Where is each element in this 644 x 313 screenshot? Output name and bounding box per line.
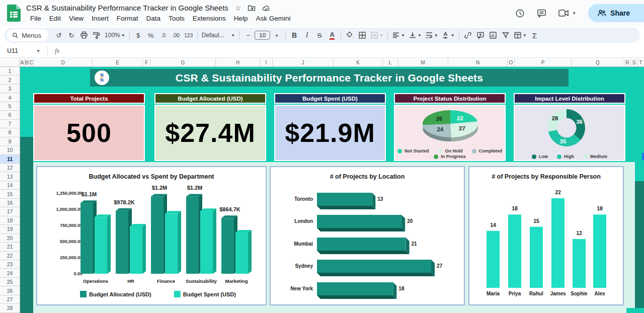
row-header-22[interactable]: 22 [0, 252, 20, 260]
fill-color-button[interactable] [344, 29, 356, 41]
name-box[interactable]: U11▼ [0, 47, 44, 54]
menu-tools[interactable]: Tools [165, 14, 189, 23]
menu-edit[interactable]: Edit [45, 14, 65, 23]
row-header-3[interactable]: 3 [0, 85, 20, 93]
font-size-input[interactable]: 10 [255, 31, 270, 40]
row-header-23[interactable]: 23 [0, 260, 20, 269]
text-rotation-button[interactable]: ▼ [440, 29, 456, 41]
spreadsheet-canvas[interactable]: N★N CSR & Sustainability Performance Tra… [20, 67, 644, 313]
row-header-19[interactable]: 19 [0, 225, 20, 233]
insert-link-button[interactable] [462, 29, 474, 41]
functions-button[interactable]: Σ [529, 29, 541, 41]
format-percent-button[interactable]: % [145, 29, 157, 41]
column-header-O[interactable]: O [508, 58, 515, 66]
row-header-10[interactable]: 10 [0, 146, 20, 154]
horizontal-align-button[interactable]: ▼ [390, 29, 407, 41]
meet-dropdown-caret[interactable]: ▼ [572, 11, 576, 16]
move-to-folder-icon[interactable] [248, 4, 256, 12]
column-header-B[interactable]: B [25, 58, 29, 66]
format-currency-button[interactable]: $ [132, 29, 144, 41]
google-sheets-logo[interactable] [7, 5, 21, 22]
menu-view[interactable]: View [65, 14, 88, 23]
italic-button[interactable]: I [301, 29, 313, 41]
text-color-button[interactable]: A [330, 31, 334, 40]
row-header-15[interactable]: 15 [0, 190, 20, 198]
row-header-26[interactable]: 26 [0, 286, 20, 295]
row-header-4[interactable]: 4 [0, 93, 20, 102]
redo-button[interactable]: ↻ [65, 29, 77, 41]
row-header-17[interactable]: 17 [0, 207, 20, 216]
undo-button[interactable]: ↺ [53, 29, 65, 41]
column-header-H[interactable]: H [216, 58, 260, 66]
column-header-E[interactable]: E [93, 58, 143, 66]
column-header-N[interactable]: N [448, 58, 508, 66]
menu-data[interactable]: Data [142, 14, 165, 23]
column-header-A[interactable]: A [20, 58, 25, 66]
row-header-14[interactable]: 14 [0, 181, 20, 190]
vertical-align-button[interactable]: ▼ [407, 29, 423, 41]
print-button[interactable] [78, 29, 90, 41]
row-header-9[interactable]: 9 [0, 137, 20, 146]
insert-comment-button[interactable] [474, 29, 487, 41]
increase-decimals-button[interactable]: .00 [170, 29, 182, 41]
row-header-7[interactable]: 7 [0, 120, 20, 128]
column-header-Q[interactable]: Q [572, 58, 624, 66]
meet-video-icon[interactable]: ▼ [558, 8, 576, 18]
row-header-12[interactable]: 12 [0, 164, 20, 172]
menu-ask-gemini[interactable]: Ask Gemini [252, 14, 294, 23]
font-select[interactable]: Defaul...▼ [200, 29, 237, 41]
column-header-G[interactable]: G [150, 58, 216, 66]
row-header-5[interactable]: 5 [0, 102, 20, 111]
cloud-saved-icon[interactable] [262, 4, 271, 12]
row-header-13[interactable]: 13 [0, 172, 20, 181]
column-header-F[interactable]: F [143, 58, 150, 66]
row-header-28[interactable]: 28 [0, 304, 20, 312]
menu-insert[interactable]: Insert [88, 14, 113, 23]
select-all-corner[interactable] [0, 58, 20, 67]
column-header-K[interactable]: K [334, 58, 383, 66]
column-header-P[interactable]: P [515, 58, 572, 66]
more-formats-button[interactable]: 123 [183, 29, 195, 41]
menu-extensions[interactable]: Extensions [189, 14, 230, 23]
menu-file[interactable]: File [26, 14, 45, 23]
decrease-font-size-button[interactable]: − [242, 29, 254, 41]
decrease-decimals-button[interactable]: .0 [157, 29, 170, 41]
menu-help[interactable]: Help [230, 14, 252, 23]
star-icon[interactable]: ☆ [235, 4, 242, 12]
row-header-6[interactable]: 6 [0, 111, 20, 119]
version-history-icon[interactable] [515, 8, 525, 19]
column-header-T[interactable]: T [637, 58, 644, 66]
row-header-16[interactable]: 16 [0, 199, 20, 207]
column-header-C[interactable]: C [29, 58, 34, 66]
column-header-I[interactable]: I [260, 58, 273, 66]
paint-format-button[interactable] [91, 29, 103, 41]
column-header-J[interactable]: J [273, 58, 334, 66]
row-header-18[interactable]: 18 [0, 216, 20, 225]
row-header-24[interactable]: 24 [0, 269, 20, 277]
row-header-21[interactable]: 21 [0, 243, 20, 251]
row-header-25[interactable]: 25 [0, 278, 20, 286]
menu-format[interactable]: Format [113, 14, 142, 23]
row-header-2[interactable]: 2 [0, 75, 20, 84]
name-box-caret[interactable]: ▼ [36, 49, 40, 53]
share-button[interactable]: Share [588, 4, 644, 22]
bold-button[interactable]: B [288, 29, 300, 41]
text-wrap-button[interactable]: ▼ [424, 29, 440, 41]
row-header-20[interactable]: 20 [0, 234, 20, 243]
column-header-L[interactable]: L [383, 58, 398, 66]
row-header-1[interactable]: 1 [0, 67, 20, 75]
document-title[interactable]: CSR & Sustainability Performance Tracker… [26, 4, 228, 12]
zoom-select[interactable]: 100%▼ [103, 29, 127, 41]
filter-button[interactable] [500, 29, 512, 41]
borders-button[interactable] [356, 29, 368, 41]
menus-button[interactable]: Menus [7, 29, 48, 41]
column-header-S[interactable]: S [631, 58, 637, 66]
row-header-11[interactable]: 11 [0, 155, 20, 164]
row-header-27[interactable]: 27 [0, 295, 20, 304]
column-header-D[interactable]: D [34, 58, 93, 66]
table-view-button[interactable]: ▼ [512, 29, 528, 41]
column-header-M[interactable]: M [398, 58, 448, 66]
insert-chart-button[interactable] [487, 29, 499, 41]
column-header-R[interactable]: R [624, 58, 631, 66]
row-header-8[interactable]: 8 [0, 128, 20, 137]
